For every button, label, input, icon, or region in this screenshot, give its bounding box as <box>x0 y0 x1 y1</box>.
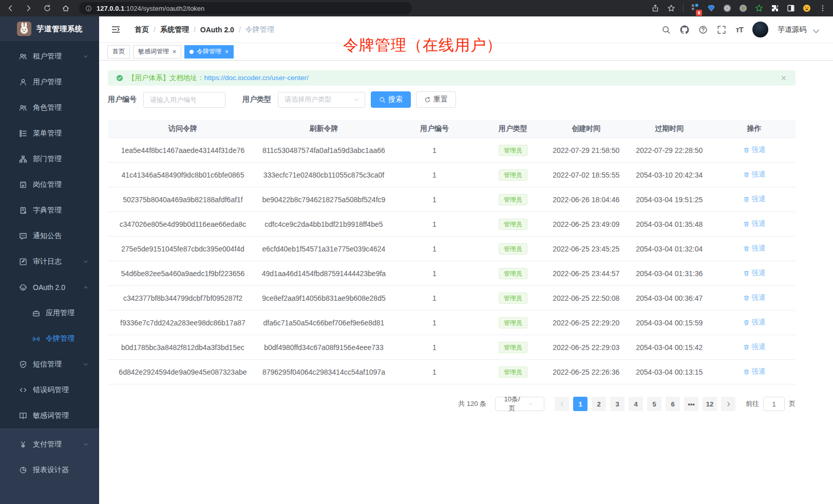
sidebar-item-9[interactable]: OAuth 2.0 <box>0 275 99 300</box>
column-header: 创建时间 <box>546 124 626 133</box>
breadcrumb-item-2[interactable]: OAuth 2.0 <box>200 26 234 34</box>
browser-home-icon[interactable] <box>62 4 70 12</box>
trash-icon <box>743 369 750 375</box>
force-logout-button[interactable]: 强退 <box>743 145 766 154</box>
tab-1[interactable]: 敏感词管理 × <box>133 45 181 59</box>
sidebar-item-16[interactable]: 报表设计器 <box>0 457 99 483</box>
user-avatar[interactable] <box>752 22 768 37</box>
search-icon[interactable] <box>661 25 671 34</box>
tab-2[interactable]: 令牌管理 × <box>184 45 234 59</box>
sidebar-item-10[interactable]: 应用管理 <box>0 300 99 326</box>
github-icon[interactable] <box>680 25 689 34</box>
page-size-select[interactable]: 10条/页 <box>495 397 544 411</box>
cell-expire-time: 2054-03-04 19:51:25 <box>626 196 713 204</box>
toolbar-divider <box>683 4 684 12</box>
share-icon[interactable] <box>651 4 659 12</box>
sidebar-item-8[interactable]: 审计日志 <box>0 249 99 275</box>
search-button[interactable]: 搜索 <box>371 91 411 108</box>
sidebar-item-5[interactable]: 岗位管理 <box>0 172 99 198</box>
page-button-5[interactable]: 5 <box>647 397 661 411</box>
page-button-2[interactable]: 2 <box>592 397 606 411</box>
extension-star-icon[interactable] <box>755 4 763 12</box>
profile-avatar-icon[interactable] <box>803 4 811 12</box>
extension-gem-icon[interactable] <box>707 4 715 12</box>
bookmark-star-icon[interactable] <box>667 4 675 12</box>
breadcrumb: 首页/系统管理/OAuth 2.0/令牌管理 <box>135 25 274 34</box>
chevron-down-icon <box>83 53 89 60</box>
fullscreen-icon[interactable] <box>717 25 726 34</box>
force-logout-button[interactable]: 强退 <box>743 342 766 352</box>
user-type-badge: 管理员 <box>499 366 527 378</box>
users-icon <box>19 52 27 61</box>
force-logout-button[interactable]: 强退 <box>743 170 766 179</box>
sidebar-item-0[interactable]: 租户管理 <box>0 44 99 69</box>
browser-forward-icon[interactable] <box>25 4 33 12</box>
page-button-4[interactable]: 4 <box>629 397 643 411</box>
breadcrumb-item-0[interactable]: 首页 <box>135 25 149 34</box>
breadcrumb-item-1[interactable]: 系统管理 <box>160 25 189 34</box>
force-logout-button[interactable]: 强退 <box>743 367 766 376</box>
reset-button[interactable]: 重置 <box>416 91 456 108</box>
extension-circle-icon[interactable] <box>723 4 731 12</box>
user-menu-caret-icon[interactable] <box>811 27 821 36</box>
sidebar-item-4[interactable]: 部门管理 <box>0 146 99 172</box>
table-row: 41c41346a548490f9dc8b01c6bfe0865 333ecfc… <box>108 163 796 187</box>
browser-reload-icon[interactable] <box>43 4 51 12</box>
table-row: 54d6be82ee5a460a9aedc1f9bf223656 49d1aa4… <box>108 261 796 286</box>
sidebar-item-3[interactable]: 菜单管理 <box>0 121 99 146</box>
browser-back-icon[interactable] <box>6 4 14 12</box>
select-caret-icon <box>353 96 359 103</box>
cell-refresh-token: 8796295f04064c2983414cc54af1097a <box>258 368 390 376</box>
force-logout-button[interactable]: 强退 <box>743 244 766 253</box>
page-button-12[interactable]: 12 <box>703 397 717 411</box>
close-tab-icon[interactable]: × <box>173 48 176 55</box>
force-logout-button[interactable]: 强退 <box>743 318 766 327</box>
table-row: c342377bf8b344799dcbf7bf095287f2 9ce8ef2… <box>108 286 796 311</box>
cell-refresh-token: be90422b8c7946218275a508bf524fc9 <box>258 196 390 204</box>
goto-page-input[interactable] <box>763 397 785 411</box>
collapse-sidebar-icon[interactable] <box>111 25 121 34</box>
extension-sidepanel-icon[interactable] <box>787 4 795 12</box>
pages-ellipsis[interactable]: ••• <box>684 397 698 411</box>
extensions-puzzle-icon[interactable] <box>771 4 779 12</box>
sidebar-item-1[interactable]: 用户管理 <box>0 69 99 95</box>
tab-0[interactable]: 首页 × <box>107 45 130 59</box>
force-logout-button[interactable]: 强退 <box>743 293 766 302</box>
sidebar-item-12[interactable]: 短信管理 <box>0 352 99 377</box>
address-bar[interactable]: 127.0.0.1:1024/system/oauth2/token <box>79 2 412 14</box>
page-button-3[interactable]: 3 <box>610 397 624 411</box>
font-size-icon[interactable]: тT <box>735 25 743 34</box>
user-type-select[interactable]: 请选择用户类型 <box>278 92 365 108</box>
sidebar-item-7[interactable]: 通知公告 <box>0 223 99 249</box>
user-id-input[interactable] <box>143 92 225 108</box>
sidebar-item-14[interactable]: 敏感词管理 <box>0 403 99 429</box>
site-info-icon[interactable] <box>85 5 92 12</box>
breadcrumb-separator: / <box>194 26 196 34</box>
sidebar-item-11[interactable]: 令牌管理 <box>0 326 99 352</box>
app-logo[interactable]: 芋道管理系统 <box>0 16 99 41</box>
sidebar-item-13[interactable]: 错误码管理 <box>0 377 99 403</box>
sidebar-item-15[interactable]: 支付管理 <box>0 432 99 457</box>
force-logout-button[interactable]: 强退 <box>743 219 766 228</box>
trash-icon <box>743 196 750 203</box>
page-button-6[interactable]: 6 <box>666 397 680 411</box>
force-logout-button[interactable]: 强退 <box>743 268 766 278</box>
sidebar-item-2[interactable]: 角色管理 <box>0 95 99 121</box>
next-page-button[interactable] <box>721 397 735 411</box>
cell-created-time: 2022-06-25 22:29:03 <box>546 343 626 352</box>
sidebar-item-6[interactable]: 字典管理 <box>0 198 99 223</box>
extension-record-icon[interactable] <box>739 4 747 12</box>
doc-link[interactable]: https://doc.iocoder.cn/user-center/ <box>204 74 309 82</box>
page-button-1[interactable]: 1 <box>573 397 588 411</box>
app-title: 芋道管理系统 <box>36 24 83 34</box>
user-type-badge: 管理员 <box>499 169 527 181</box>
force-logout-button[interactable]: 强退 <box>743 195 766 204</box>
prev-page-button[interactable] <box>555 397 569 411</box>
help-icon[interactable] <box>698 25 708 34</box>
cell-expire-time: 2054-03-04 00:13:15 <box>626 368 713 376</box>
user-name[interactable]: 芋道源码 <box>778 25 806 34</box>
close-tab-icon[interactable]: × <box>225 48 229 55</box>
cell-user-id: 1 <box>390 343 479 352</box>
browser-menu-icon[interactable] <box>819 4 827 12</box>
alert-close-icon[interactable] <box>780 74 787 82</box>
